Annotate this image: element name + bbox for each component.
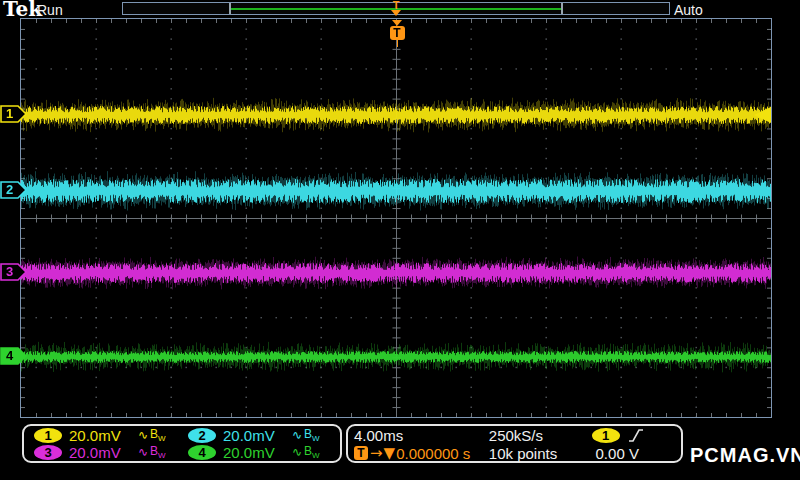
- ac-coupling-icon: ∿: [138, 428, 148, 442]
- ac-coupling-icon: ∿: [138, 445, 148, 459]
- down-triangle-icon: ▼: [384, 444, 396, 462]
- bandwidth-limit-icon: BW: [150, 427, 166, 443]
- bandwidth-limit-icon: BW: [304, 427, 320, 443]
- record-view-bracket-left: [229, 3, 231, 14]
- trigger-t-icon: T: [390, 26, 405, 40]
- right-arrow-icon: →: [370, 444, 383, 462]
- channel-1-readout[interactable]: 1 20.0mV ∿BW: [28, 427, 182, 444]
- trigger-position-flag[interactable]: T: [388, 20, 406, 47]
- oscilloscope-screen: Tek Run T Auto T 1 2 3 4: [0, 0, 800, 480]
- channel-4-badge[interactable]: 4: [188, 445, 216, 460]
- channel-2-readout[interactable]: 2 20.0mV ∿BW: [182, 427, 336, 444]
- acquisition-status: Run: [37, 2, 63, 18]
- waveform-canvas: [21, 19, 771, 417]
- trigger-t-icon: T: [388, 0, 404, 10]
- trigger-level-arrow[interactable]: [752, 106, 772, 124]
- bandwidth-limit-icon: BW: [304, 444, 320, 460]
- channel-1-badge[interactable]: 1: [34, 428, 62, 443]
- channel-3-badge[interactable]: 3: [34, 445, 62, 460]
- trigger-level-value: 0.00 V: [592, 445, 675, 462]
- watermark: PCMAG.VN: [690, 444, 800, 467]
- channel-3-scale: 20.0mV: [69, 444, 131, 461]
- ac-coupling-icon: ∿: [292, 428, 302, 442]
- record-trigger-marker[interactable]: T: [388, 0, 404, 18]
- trigger-position-value: 0.000000 s: [396, 445, 470, 462]
- trigger-t-icon: T: [354, 446, 368, 460]
- trigger-position-readout[interactable]: T → ▼ 0.000000 s: [354, 444, 489, 462]
- rising-edge-icon: [628, 428, 644, 443]
- channel-4-readout[interactable]: 4 20.0mV ∿BW: [182, 444, 336, 461]
- trigger-mode-label[interactable]: Auto: [674, 2, 703, 18]
- channel-readouts-box[interactable]: 1 20.0mV ∿BW 2 20.0mV ∿BW 3 20.0mV ∿BW 4…: [22, 424, 342, 463]
- record-view-bracket-right: [561, 3, 563, 14]
- record-length: 10k points: [489, 445, 592, 462]
- ac-coupling-icon: ∿: [292, 445, 302, 459]
- channel-2-marker[interactable]: 2: [0, 181, 28, 199]
- channel-1-marker[interactable]: 1: [0, 105, 28, 123]
- horizontal-scale[interactable]: 4.00ms: [354, 427, 489, 444]
- sample-rate: 250kS/s: [489, 427, 592, 444]
- channel-1-scale: 20.0mV: [69, 427, 131, 444]
- channel-3-readout[interactable]: 3 20.0mV ∿BW: [28, 444, 182, 461]
- bandwidth-limit-icon: BW: [150, 444, 166, 460]
- trigger-line: [397, 40, 398, 47]
- channel-2-badge[interactable]: 2: [188, 428, 216, 443]
- channel-2-scale: 20.0mV: [223, 427, 285, 444]
- horizontal-trigger-readouts-box[interactable]: 4.00ms 250kS/s 1 T → ▼ 0.000000 s 10k po…: [346, 424, 683, 463]
- channel-4-scale: 20.0mV: [223, 444, 285, 461]
- channel-3-marker[interactable]: 3: [0, 263, 28, 281]
- channel-4-marker[interactable]: 4: [0, 347, 28, 365]
- trigger-source-badge[interactable]: 1: [592, 428, 620, 443]
- graticule: T: [20, 18, 772, 418]
- trigger-source[interactable]: 1: [592, 428, 675, 443]
